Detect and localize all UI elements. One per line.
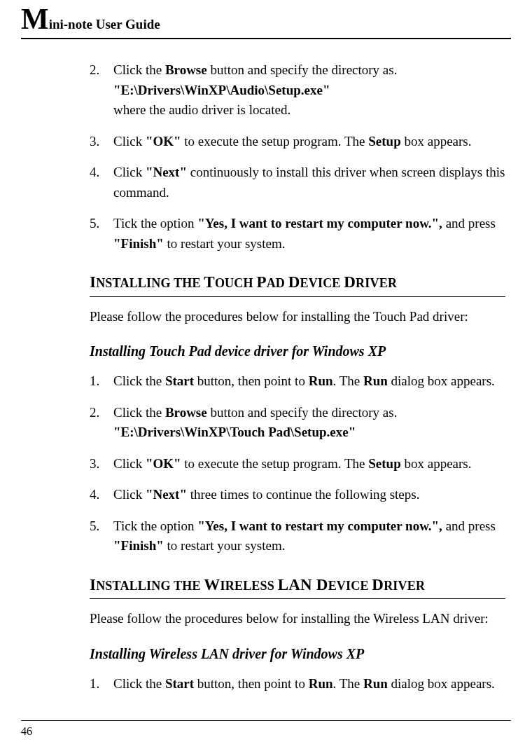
list-number: 1. bbox=[90, 674, 113, 694]
list-item: 3.Click "OK" to execute the setup progra… bbox=[90, 132, 505, 152]
list-item: 4.Click "Next" continuously to install t… bbox=[90, 163, 505, 202]
wlan-steps: 1.Click the Start button, then point to … bbox=[90, 674, 505, 694]
list-number: 2. bbox=[90, 60, 113, 121]
list-text: Click "Next" continuously to install thi… bbox=[113, 163, 505, 202]
list-text: Tick the option "Yes, I want to restart … bbox=[113, 214, 505, 254]
audio-steps: 2.Click the Browse button and specify th… bbox=[90, 60, 505, 254]
wlan-heading: INSTALLING THE WIRELESS LAN DEVICE DRIVE… bbox=[90, 573, 505, 600]
list-item: 2.Click the Browse button and specify th… bbox=[90, 60, 505, 121]
list-text: Click "OK" to execute the setup program.… bbox=[113, 454, 505, 474]
header-title-rest: ini-note User Guide bbox=[49, 17, 160, 32]
footer-line: 46 bbox=[21, 720, 511, 738]
header-title-dropcap: M bbox=[21, 4, 49, 34]
list-item: 5.Tick the option "Yes, I want to restar… bbox=[90, 516, 505, 556]
list-number: 4. bbox=[90, 163, 113, 202]
touchpad-heading: INSTALLING THE TOUCH PAD DEVICE DRIVER bbox=[90, 270, 505, 297]
list-item: 4.Click "Next" three times to continue t… bbox=[90, 485, 505, 505]
touchpad-intro: Please follow the procedures below for i… bbox=[90, 307, 505, 327]
page-footer: 46 bbox=[0, 720, 532, 738]
list-item: 1.Click the Start button, then point to … bbox=[90, 371, 505, 392]
page-header: Mini-note User Guide bbox=[21, 0, 511, 39]
list-text: Click the Start button, then point to Ru… bbox=[113, 674, 505, 694]
wlan-subheading: Installing Wireless LAN driver for Windo… bbox=[90, 643, 505, 664]
wlan-intro: Please follow the procedures below for i… bbox=[90, 609, 505, 629]
touchpad-steps: 1.Click the Start button, then point to … bbox=[90, 371, 505, 556]
list-number: 3. bbox=[90, 454, 113, 474]
page-number: 46 bbox=[21, 725, 32, 737]
list-item: 2.Click the Browse button and specify th… bbox=[90, 403, 505, 443]
list-text: Click the Start button, then point to Ru… bbox=[113, 371, 505, 392]
list-item: 5.Tick the option "Yes, I want to restar… bbox=[90, 214, 505, 254]
header-title: Mini-note User Guide bbox=[21, 4, 511, 34]
touchpad-subheading: Installing Touch Pad device driver for W… bbox=[90, 341, 505, 362]
list-item: 1.Click the Start button, then point to … bbox=[90, 674, 505, 694]
list-number: 1. bbox=[90, 371, 113, 392]
list-number: 4. bbox=[90, 485, 113, 505]
list-number: 5. bbox=[90, 516, 113, 556]
list-text: Click the Browse button and specify the … bbox=[113, 403, 505, 443]
list-number: 5. bbox=[90, 214, 113, 254]
list-item: 3.Click "OK" to execute the setup progra… bbox=[90, 454, 505, 474]
list-text: Tick the option "Yes, I want to restart … bbox=[113, 516, 505, 556]
list-number: 2. bbox=[90, 403, 113, 443]
content: 2.Click the Browse button and specify th… bbox=[21, 60, 511, 694]
page: Mini-note User Guide 2.Click the Browse … bbox=[0, 0, 532, 756]
list-text: Click "Next" three times to continue the… bbox=[113, 485, 505, 505]
list-text: Click the Browse button and specify the … bbox=[113, 60, 505, 121]
list-number: 3. bbox=[90, 132, 113, 152]
list-text: Click "OK" to execute the setup program.… bbox=[113, 132, 505, 152]
